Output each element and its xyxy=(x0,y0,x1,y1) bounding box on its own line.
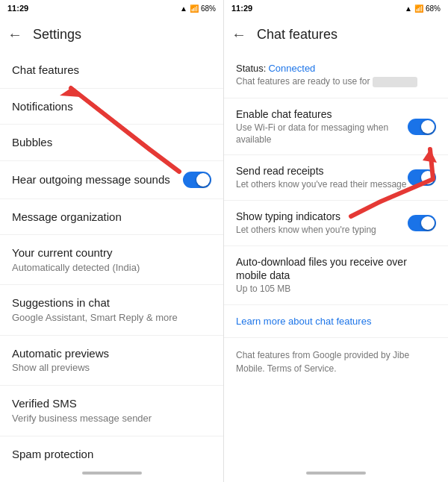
item-title-bubbles: Bubbles xyxy=(12,135,52,150)
cf-toggle-read-receipts[interactable] xyxy=(408,169,436,186)
item-subtitle-verified-sms: Verify business message sender xyxy=(12,413,152,425)
status-desc: Chat features are ready to use for xyxy=(236,76,436,87)
item-subtitle-auto-previews: Show all previews xyxy=(12,362,109,375)
settings-item-chat-features[interactable]: Chat features xyxy=(0,52,223,89)
right-battery-text: 68% xyxy=(426,4,441,13)
item-title-suggestions: Suggestions in chat xyxy=(12,295,178,310)
status-value: Connected xyxy=(268,63,315,74)
cf-rows-container: Enable chat featuresUse Wi-Fi or data fo… xyxy=(224,98,448,305)
settings-list: Chat featuresNotificationsBubblesHear ou… xyxy=(0,52,223,467)
right-home-bar xyxy=(224,467,448,482)
settings-item-suggestions[interactable]: Suggestions in chatGoogle Assistant, Sma… xyxy=(0,285,223,335)
item-title-hear-outgoing: Hear outgoing message sounds xyxy=(12,172,170,187)
settings-item-verified-sms[interactable]: Verified SMSVerify business message send… xyxy=(0,386,223,436)
item-title-auto-previews: Automatic previews xyxy=(12,346,109,361)
settings-item-spam-protection[interactable]: Spam protection xyxy=(0,436,223,467)
cf-title-read-receipts: Send read receipts xyxy=(236,164,406,178)
settings-item-bubbles[interactable]: Bubbles xyxy=(0,125,223,161)
item-title-your-country: Your current country xyxy=(12,245,140,260)
left-time: 11:29 xyxy=(7,4,28,13)
signal-icon: 📶 xyxy=(190,4,199,13)
cf-title-typing-indicators: Show typing indicators xyxy=(236,210,376,223)
item-title-chat-features: Chat features xyxy=(12,63,79,78)
chat-features-content: Status: Connected Chat features are read… xyxy=(224,52,448,467)
item-title-notifications: Notifications xyxy=(12,99,73,114)
item-subtitle-your-country: Automatically detected (India) xyxy=(12,262,140,275)
right-wifi-icon: ▲ xyxy=(405,4,412,13)
right-back-button[interactable]: ← xyxy=(231,26,246,43)
toggle-hear-outgoing[interactable] xyxy=(183,172,211,188)
left-home-indicator xyxy=(82,472,142,475)
cf-row-enable-chat[interactable]: Enable chat featuresUse Wi-Fi or data fo… xyxy=(224,98,448,155)
cf-sub-auto-download: Up to 105 MB xyxy=(236,284,436,295)
cf-sub-enable-chat: Use Wi-Fi or data for messaging when ava… xyxy=(236,122,408,145)
status-label: Status: xyxy=(236,63,266,74)
left-toolbar: ← Settings xyxy=(0,16,223,52)
cf-row-typing-indicators[interactable]: Show typing indicatorsLet others know wh… xyxy=(224,201,448,246)
settings-title: Settings xyxy=(33,27,81,43)
wifi-icon: ▲ xyxy=(180,4,187,13)
cf-row-auto-download[interactable]: Auto-download files you receive over mob… xyxy=(224,246,448,305)
back-button[interactable]: ← xyxy=(7,26,22,43)
cf-footer-text: Chat features from Google provided by Ji… xyxy=(236,350,409,374)
right-time: 11:29 xyxy=(231,4,252,13)
battery-text: 68% xyxy=(201,4,216,13)
cf-title-auto-download: Auto-download files you receive over mob… xyxy=(236,255,436,282)
left-home-bar xyxy=(0,467,223,482)
cf-footer: Chat features from Google provided by Ji… xyxy=(224,338,448,386)
settings-item-auto-previews[interactable]: Automatic previewsShow all previews xyxy=(0,336,223,386)
settings-item-hear-outgoing[interactable]: Hear outgoing message sounds xyxy=(0,161,223,199)
right-status-bar: 11:29 ▲ 📶 68% xyxy=(224,0,448,16)
settings-item-notifications[interactable]: Notifications xyxy=(0,89,223,125)
status-line: Status: Connected xyxy=(236,63,436,74)
left-battery: ▲ 📶 68% xyxy=(180,4,216,13)
right-signal-icon: 📶 xyxy=(414,4,423,13)
status-desc-text: Chat features are ready to use for xyxy=(236,76,370,87)
item-title-message-organization: Message organization xyxy=(12,210,122,225)
left-panel: 11:29 ▲ 📶 68% ← Settings Chat featuresNo… xyxy=(0,0,224,482)
right-battery: ▲ 📶 68% xyxy=(405,4,441,13)
settings-item-message-organization[interactable]: Message organization xyxy=(0,199,223,236)
cf-toggle-enable-chat[interactable] xyxy=(408,119,436,135)
chat-features-title: Chat features xyxy=(257,27,337,43)
item-subtitle-suggestions: Google Assistant, Smart Reply & more xyxy=(12,312,178,325)
item-title-spam-protection: Spam protection xyxy=(12,447,93,462)
cf-row-read-receipts[interactable]: Send read receiptsLet others know you've… xyxy=(224,155,448,201)
right-panel: 11:29 ▲ 📶 68% ← Chat features Status: Co… xyxy=(224,0,448,482)
right-toolbar: ← Chat features xyxy=(224,16,448,52)
cf-toggle-typing-indicators[interactable] xyxy=(408,215,436,231)
left-status-bar: 11:29 ▲ 📶 68% xyxy=(0,0,223,16)
settings-item-your-country[interactable]: Your current countryAutomatically detect… xyxy=(0,235,223,285)
learn-more-link[interactable]: Learn more about chat features xyxy=(224,305,448,338)
status-section: Status: Connected Chat features are read… xyxy=(224,52,448,98)
item-title-verified-sms: Verified SMS xyxy=(12,396,152,411)
right-home-indicator xyxy=(306,472,366,475)
cf-title-enable-chat: Enable chat features xyxy=(236,107,408,121)
status-chip xyxy=(373,77,417,87)
cf-sub-read-receipts: Let others know you've read their messag… xyxy=(236,179,406,191)
cf-sub-typing-indicators: Let others know when you're typing xyxy=(236,225,376,237)
